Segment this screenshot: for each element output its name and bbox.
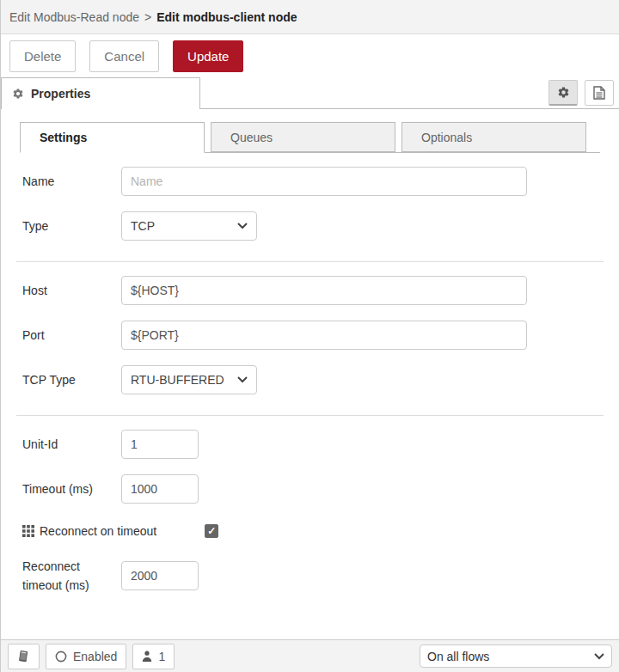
node-docs-button[interactable] (585, 80, 614, 106)
unit-id-label: Unit-Id (22, 437, 121, 451)
tab-optionals-label: Optionals (421, 131, 472, 144)
circle-outline-icon (55, 651, 67, 663)
grid-icon (22, 525, 34, 537)
reconnect-on-timeout-row: Reconnect on timeout (16, 524, 604, 538)
chevron-down-icon (237, 223, 248, 229)
host-input[interactable] (121, 276, 527, 305)
reconnect-timeout-row: Reconnect timeout (ms) (16, 557, 604, 596)
page-title: Edit modbus-client node (156, 10, 297, 24)
user-icon (142, 651, 152, 662)
tab-properties[interactable]: Properties (1, 77, 200, 109)
instance-count-button[interactable]: 1 (132, 644, 175, 669)
deploy-scope-select[interactable]: On all flows (420, 645, 612, 668)
timeout-input[interactable] (121, 474, 199, 504)
unit-id-row: Unit-Id (16, 430, 604, 459)
reconnect-timeout-label-line2: timeout (ms) (22, 578, 89, 592)
port-input[interactable] (121, 321, 527, 350)
tab-optionals[interactable]: Optionals (401, 122, 586, 152)
tab-settings-label: Settings (40, 131, 87, 144)
tcp-type-row: TCP Type RTU-BUFFERED (16, 365, 604, 394)
timeout-label: Timeout (ms) (22, 482, 121, 496)
tray-footer: Enabled 1 On all flows (1, 639, 619, 672)
deploy-scope-value: On all flows (427, 650, 594, 663)
book-icon (17, 650, 30, 663)
reconnect-on-timeout-label: Reconnect on timeout (40, 524, 156, 538)
file-text-icon (593, 86, 605, 100)
divider (16, 415, 604, 416)
enable-toggle-button[interactable]: Enabled (46, 644, 126, 669)
tab-queues-label: Queues (230, 131, 273, 144)
unit-id-input[interactable] (121, 430, 199, 459)
breadcrumb-parent[interactable]: Edit Modbus-Read node (9, 10, 139, 24)
type-select-value: TCP (131, 219, 230, 233)
delete-button[interactable]: Delete (9, 40, 76, 72)
host-row: Host (16, 276, 604, 305)
tab-queues[interactable]: Queues (211, 122, 395, 152)
cancel-button[interactable]: Cancel (89, 40, 159, 72)
tcp-type-select-value: RTU-BUFFERED (131, 373, 230, 387)
name-row: Name (16, 167, 604, 196)
reconnect-timeout-input[interactable] (121, 561, 199, 590)
gear-icon (12, 88, 24, 100)
gear-icon (557, 86, 570, 99)
breadcrumb: Edit Modbus-Read node > Edit modbus-clie… (1, 0, 619, 34)
timeout-row: Timeout (ms) (16, 474, 604, 504)
enabled-label: Enabled (73, 650, 117, 663)
properties-tab-label: Properties (31, 87, 90, 101)
properties-header-row: Properties (1, 77, 619, 113)
edit-form: Settings Queues Optionals Name Type TCP … (1, 113, 619, 639)
tcp-type-select[interactable]: RTU-BUFFERED (121, 365, 257, 394)
name-label: Name (22, 174, 121, 188)
breadcrumb-separator: > (144, 10, 151, 24)
update-button[interactable]: Update (173, 40, 243, 72)
tcp-type-label: TCP Type (22, 373, 121, 387)
divider (16, 261, 604, 262)
type-select[interactable]: TCP (121, 211, 257, 241)
type-label: Type (22, 219, 121, 233)
name-input[interactable] (121, 167, 527, 196)
port-label: Port (22, 328, 121, 342)
type-row: Type TCP (16, 211, 604, 241)
reconnect-timeout-label: Reconnect timeout (ms) (22, 557, 121, 596)
tab-settings[interactable]: Settings (20, 122, 205, 153)
reconnect-timeout-label-line1: Reconnect (22, 559, 80, 573)
chevron-down-icon (594, 653, 604, 660)
section-tabs: Settings Queues Optionals (20, 122, 600, 153)
tray-toolbar: Delete Cancel Update (1, 34, 619, 77)
library-button[interactable] (8, 644, 40, 669)
node-config-button[interactable] (549, 80, 578, 106)
instance-count: 1 (158, 650, 165, 663)
chevron-down-icon (237, 376, 248, 383)
port-row: Port (16, 321, 604, 350)
host-label: Host (22, 284, 121, 297)
reconnect-on-timeout-checkbox[interactable] (205, 524, 218, 538)
